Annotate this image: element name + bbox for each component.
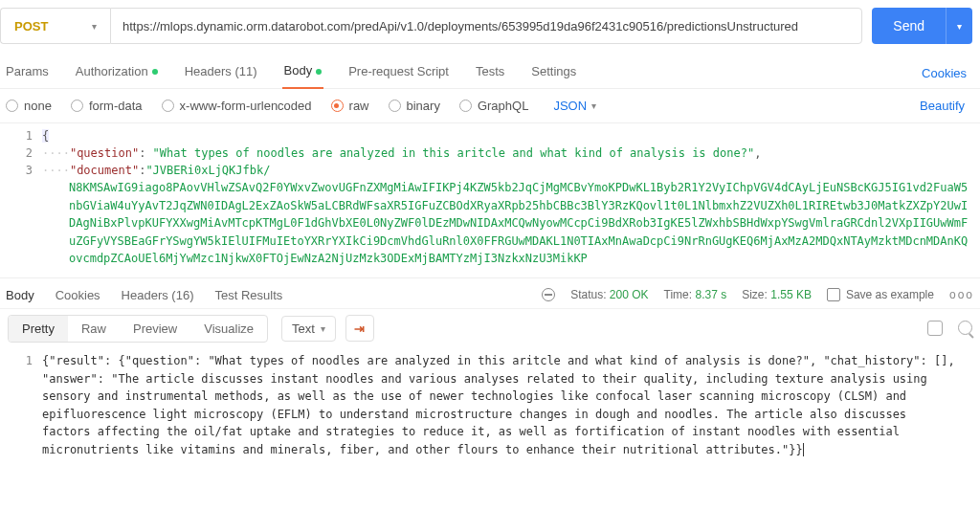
tab-tests[interactable]: Tests [474,58,506,88]
beautify-link[interactable]: Beautify [920,99,974,113]
status-group: Status: 200 OK [570,288,648,301]
size-group: Size: 1.55 KB [742,288,812,301]
radio-label: form-data [89,99,143,113]
radio-label: GraphQL [478,99,528,113]
response-meta: Status: 200 OK Time: 8.37 s Size: 1.55 K… [542,288,974,301]
brace: { [42,129,49,143]
format-label: Text [292,321,315,336]
response-tab-cookies[interactable]: Cookies [56,288,100,302]
size-value: 1.55 KB [770,288,812,301]
copy-icon[interactable] [927,321,943,336]
radio-label: x-www-form-urlencoded [180,99,312,113]
status-label: Status: [570,288,606,301]
response-body-editor[interactable]: 1 {"result": {"question": "What types of… [0,348,980,459]
response-toolbar: Pretty Raw Preview Visualize Text▾ ⇥ [0,308,980,348]
radio-icon [71,100,83,112]
request-url-input[interactable] [110,8,862,44]
editor-code[interactable]: { ····"question": "What types of noodles… [42,123,980,277]
radio-label: raw [349,99,369,113]
json-string: "JVBERi0xLjQKJfbk/ [145,164,270,177]
response-text: {"result": {"question": "What types of n… [42,354,962,456]
cookies-link[interactable]: Cookies [922,66,976,80]
text-cursor [803,443,804,456]
json-string-continuation: N8KMSAwIG9iago8PAovVHlwZSAvQ2F0YWxvZwovU… [69,181,968,265]
request-top-bar: POST ▾ Send ▾ [0,0,980,52]
radio-icon [331,100,344,112]
radio-icon [6,100,18,112]
tab-headers[interactable]: Headers (11) [183,58,259,88]
tab-pre-request[interactable]: Pre-request Script [346,58,451,88]
save-icon [827,288,840,301]
save-as-example-button[interactable]: Save as example [827,288,934,301]
body-type-form-data[interactable]: form-data [71,99,143,113]
radio-label: binary [407,99,440,113]
view-visualize[interactable]: Visualize [190,316,267,342]
view-preview[interactable]: Preview [120,316,190,342]
radio-icon [389,100,401,112]
send-button[interactable]: Send [872,8,946,44]
tab-authorization[interactable]: Authorization [74,58,160,88]
radio-icon [162,100,174,112]
status-value: 200 OK [610,288,649,301]
body-type-none[interactable]: none [6,99,52,113]
radio-label: none [24,99,52,113]
tab-body[interactable]: Body [282,57,324,89]
response-tab-headers[interactable]: Headers (16) [122,288,194,302]
chevron-down-icon: ▾ [321,323,325,334]
line-gutter: 123 [0,123,42,277]
time-value: 8.37 s [695,288,726,301]
send-button-group: Send ▾ [872,8,972,44]
send-dropdown-button[interactable]: ▾ [946,8,972,44]
response-tab-test-results[interactable]: Test Results [214,288,282,302]
response-format-select[interactable]: Text▾ [281,316,336,342]
line-gutter: 1 [0,352,42,459]
chevron-down-icon: ▾ [957,21,962,32]
body-type-raw[interactable]: raw [331,99,369,113]
format-label: JSON [553,99,587,113]
view-raw[interactable]: Raw [68,316,120,342]
radio-icon [459,100,472,112]
time-label: Time: [664,288,693,301]
response-view-tabs: Pretty Raw Preview Visualize [8,315,268,343]
more-actions-button[interactable]: ooo [949,288,974,301]
body-type-row: none form-data x-www-form-urlencoded raw… [0,89,980,122]
response-right-tools [927,321,972,336]
search-icon[interactable] [958,321,972,335]
save-label: Save as example [846,288,934,301]
chevron-down-icon: ▾ [92,21,97,32]
http-method-label: POST [14,19,48,33]
json-key: "document" [70,164,139,177]
response-tab-body[interactable]: Body [6,288,34,302]
json-string: "What types of noodles are analyzed in t… [153,146,755,160]
body-type-graphql[interactable]: GraphQL [459,99,528,113]
raw-format-dropdown[interactable]: JSON▾ [553,99,596,113]
tab-params[interactable]: Params [4,58,51,88]
chevron-down-icon: ▾ [591,100,596,111]
view-pretty[interactable]: Pretty [9,316,68,342]
request-tabs: Params Authorization Headers (11) Body P… [0,52,980,89]
http-method-select[interactable]: POST ▾ [0,8,110,44]
response-code[interactable]: {"result": {"question": "What types of n… [42,352,980,459]
tab-settings[interactable]: Settings [529,58,578,88]
globe-icon[interactable] [542,288,555,301]
json-key: "question" [70,146,139,160]
request-body-editor[interactable]: 123 { ····"question": "What types of noo… [0,122,980,277]
time-group: Time: 8.37 s [664,288,727,301]
wrap-lines-button[interactable]: ⇥ [345,315,374,342]
body-type-binary[interactable]: binary [389,99,440,113]
response-header-row: Body Cookies Headers (16) Test Results S… [0,277,980,308]
body-type-urlencoded[interactable]: x-www-form-urlencoded [162,99,312,113]
size-label: Size: [742,288,768,301]
